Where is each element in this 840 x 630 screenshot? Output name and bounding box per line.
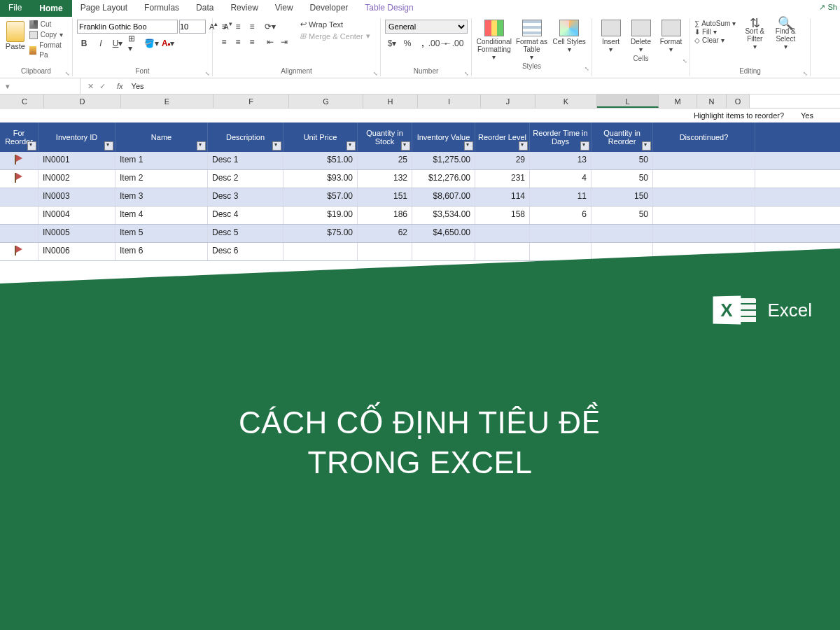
col-O[interactable]: O (727, 94, 750, 108)
table-row[interactable]: IN0002Item 2Desc 2$93.00132$12,276.00231… (0, 170, 840, 188)
th-reorder-level[interactable]: Reorder Level (475, 122, 530, 152)
cell-disc[interactable] (653, 152, 755, 169)
filter-dropdown-icon[interactable] (580, 141, 589, 150)
col-N[interactable]: N (697, 94, 727, 108)
orientation-button[interactable]: ⟳▾ (263, 20, 277, 34)
border-button[interactable]: ⊞ ▾ (127, 36, 141, 50)
th-description[interactable]: Description (208, 122, 284, 152)
cell-desc[interactable]: Desc 5 (208, 225, 284, 242)
accounting-button[interactable]: $▾ (385, 36, 399, 50)
tab-view[interactable]: View (267, 0, 302, 17)
filter-dropdown-icon[interactable] (401, 141, 410, 150)
fill-color-button[interactable]: 🪣▾ (144, 36, 158, 50)
cell-reorder[interactable] (475, 225, 530, 242)
cut-button[interactable]: Cut (29, 20, 68, 29)
col-H[interactable]: H (363, 94, 418, 108)
table-row[interactable]: IN0004Item 4Desc 4$19.00186$3,534.001586… (0, 206, 840, 225)
col-M[interactable]: M (659, 94, 697, 108)
cell-value[interactable]: $4,650.00 (412, 225, 475, 242)
autosum-button[interactable]: ∑ AutoSum ▾ (694, 20, 736, 27)
th-inventory-id[interactable]: Inventory ID (38, 122, 115, 152)
increase-indent-button[interactable]: ⇥ (277, 35, 291, 49)
cell-id[interactable]: IN0002 (38, 170, 115, 188)
filter-dropdown-icon[interactable] (272, 141, 281, 150)
percent-button[interactable]: % (400, 36, 414, 50)
align-top-button[interactable]: ≡ (217, 20, 231, 34)
filter-dropdown-icon[interactable] (104, 141, 113, 150)
tab-formulas[interactable]: Formulas (136, 0, 188, 17)
paste-button[interactable]: Paste (4, 20, 27, 60)
decrease-decimal-button[interactable]: ←.00 (447, 36, 461, 50)
col-G[interactable]: G (289, 94, 363, 108)
delete-button[interactable]: Delete ▾ (626, 20, 655, 53)
cell-price[interactable] (284, 243, 358, 260)
align-middle-button[interactable]: ≡ (231, 20, 245, 34)
col-E[interactable]: E (121, 94, 214, 108)
tab-page-layout[interactable]: Page Layout (72, 0, 136, 17)
italic-button[interactable]: I (94, 36, 108, 50)
col-J[interactable]: J (481, 94, 536, 108)
clear-button[interactable]: ◇ Clear ▾ (694, 36, 736, 44)
col-K[interactable]: K (536, 94, 597, 108)
cell-price[interactable]: $93.00 (284, 170, 358, 188)
fx-button[interactable]: fx (113, 82, 127, 90)
decrease-indent-button[interactable]: ⇤ (263, 35, 277, 49)
format-as-table-button[interactable]: Format as Table ▾ (514, 20, 550, 61)
cell-name[interactable]: Item 6 (115, 243, 208, 260)
cell-reorder[interactable]: 158 (475, 206, 530, 224)
cell-qreorder[interactable]: 50 (592, 152, 653, 169)
cell-qty[interactable]: 62 (358, 225, 412, 242)
cell-qty[interactable]: 132 (358, 170, 412, 188)
cell-reorder[interactable]: 231 (475, 170, 530, 188)
table-row[interactable]: IN0003Item 3Desc 3$57.00151$8,607.001141… (0, 188, 840, 206)
enter-formula-button[interactable]: ✓ (99, 82, 106, 91)
th-reorder-days[interactable]: Reorder Time in Days (530, 122, 592, 152)
tab-review[interactable]: Review (222, 0, 266, 17)
cell-qreorder[interactable]: 50 (592, 170, 653, 188)
cell-name[interactable]: Item 5 (115, 225, 208, 242)
font-color-button[interactable]: A▾ (161, 36, 175, 50)
tab-file[interactable]: File (0, 0, 30, 17)
cell-qty[interactable] (358, 243, 412, 260)
cell-days[interactable]: 11 (530, 188, 592, 206)
cell-id[interactable]: IN0003 (38, 188, 115, 206)
cell-days[interactable]: 13 (530, 152, 592, 169)
cell-id[interactable]: IN0006 (38, 243, 115, 260)
cell-disc[interactable] (653, 225, 755, 242)
wrap-text-button[interactable]: ↩Wrap Text (300, 20, 370, 29)
insert-button[interactable]: Insert ▾ (596, 20, 625, 53)
cell-qreorder[interactable]: 50 (592, 206, 653, 224)
cell-value[interactable]: $1,275.00 (412, 152, 475, 169)
cell-days[interactable]: 4 (530, 170, 592, 188)
th-qty-reorder[interactable]: Quantity in Reorder (592, 122, 653, 152)
cell-name[interactable]: Item 2 (115, 170, 208, 188)
copy-button[interactable]: Copy ▾ (29, 30, 68, 40)
cell-disc[interactable] (653, 188, 755, 206)
sort-filter-button[interactable]: ⇅Sort & Filter ▾ (740, 20, 769, 50)
cell-name[interactable]: Item 1 (115, 152, 208, 169)
conditional-formatting-button[interactable]: Conditional Formatting ▾ (476, 20, 512, 61)
tab-developer[interactable]: Developer (302, 0, 357, 17)
cell-price[interactable]: $57.00 (284, 188, 358, 206)
filter-dropdown-icon[interactable] (346, 141, 356, 150)
cell-value[interactable]: $3,534.00 (412, 206, 475, 224)
bold-button[interactable]: B (77, 36, 91, 50)
th-unit-price[interactable]: Unit Price (284, 122, 358, 152)
format-painter-button[interactable]: Format Pa (29, 41, 68, 60)
filter-dropdown-icon[interactable] (464, 141, 473, 150)
col-I[interactable]: I (418, 94, 481, 108)
cell-disc[interactable] (653, 206, 755, 224)
th-qty-stock[interactable]: Quantity in Stock (358, 122, 412, 152)
cell-days[interactable] (530, 225, 592, 242)
formula-value[interactable]: Yes (127, 82, 144, 90)
cell-id[interactable]: IN0004 (38, 206, 115, 224)
cell-disc[interactable] (653, 170, 755, 188)
number-format-select[interactable]: General (385, 20, 468, 34)
tab-table-design[interactable]: Table Design (356, 0, 421, 17)
fill-button[interactable]: ⬇ Fill ▾ (694, 28, 736, 36)
cell-qty[interactable]: 151 (358, 188, 412, 206)
cell-value[interactable] (412, 243, 475, 260)
highlight-answer[interactable]: Yes (801, 111, 813, 120)
table-row[interactable]: IN0001Item 1Desc 1$51.0025$1,275.0029135… (0, 152, 840, 170)
th-for-reorder[interactable]: For Reorder (0, 122, 38, 152)
